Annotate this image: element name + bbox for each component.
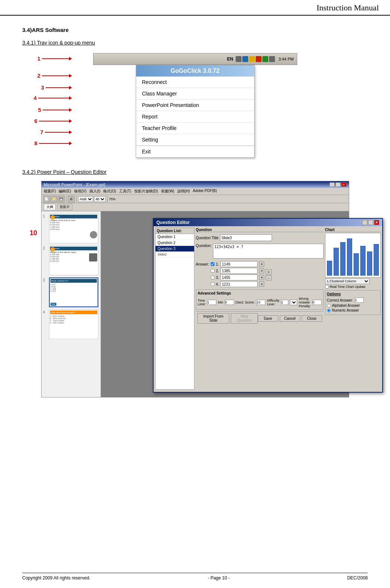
- ppt-menu-file[interactable]: 檔案(F): [44, 189, 56, 194]
- toolbar-btn-3[interactable]: 💾: [58, 196, 65, 202]
- qe-list-header: Question List:: [155, 228, 194, 234]
- arrow-7: [45, 132, 72, 133]
- num-label-2: 2: [37, 72, 40, 79]
- toolbar-btn-1[interactable]: 📄: [43, 196, 50, 202]
- qe-maximize-btn[interactable]: □: [368, 220, 373, 225]
- qe-answer-1-input[interactable]: [220, 261, 258, 267]
- slide-thumb-1[interactable]: 1 Question Largest of the ball of rock..…: [49, 214, 98, 243]
- ppt-minimize-btn[interactable]: _: [330, 182, 335, 187]
- qe-numeric-radio[interactable]: [327, 309, 331, 312]
- qe-answer-4-checkbox[interactable]: [211, 282, 214, 286]
- arrow-4: [38, 98, 72, 98]
- qe-minus-btn[interactable]: -: [266, 275, 272, 280]
- qe-chart-area: [325, 233, 381, 277]
- qe-list-item-1[interactable]: Question 1: [155, 234, 194, 240]
- menu-item-powerpoint[interactable]: PowerPoint Presentation: [136, 100, 254, 111]
- qe-answer-2-input[interactable]: [220, 268, 258, 274]
- qe-time-limit-input[interactable]: [207, 300, 216, 305]
- qe-answer-2-checkbox[interactable]: [211, 269, 214, 273]
- qe-options-section: Options Correct Answer: Alphabet Answer: [325, 290, 381, 315]
- ppt-menu-help[interactable]: 說明(H): [177, 189, 190, 194]
- qe-difficulty-select[interactable]: 1: [290, 299, 297, 305]
- qe-close-btn[interactable]: ✕: [374, 220, 379, 225]
- qe-difficulty-input[interactable]: [281, 300, 288, 305]
- font-name-select[interactable]: Arial: [78, 196, 93, 202]
- ppt-menu-tools[interactable]: 工具(T): [119, 189, 131, 194]
- ppt-maximize-btn[interactable]: □: [335, 182, 341, 187]
- qe-answer-4-delete-btn[interactable]: ✕: [259, 282, 264, 287]
- ppt-menu-view[interactable]: 檢視(V): [74, 189, 86, 194]
- qe-wrong-penalty-input[interactable]: [312, 300, 322, 305]
- qe-answer-3-delete-btn[interactable]: ✕: [259, 275, 264, 280]
- qe-question-textarea[interactable]: 123+342x3 = ?: [213, 244, 323, 259]
- qe-answer-1-delete-btn[interactable]: ✕: [259, 261, 264, 267]
- ppt-title-text: Microsoft PowerPoint - [Exam.ppt]: [44, 182, 105, 187]
- ppt-menu-edit[interactable]: 編輯(E): [59, 189, 71, 194]
- qe-answer-row-2: Answer: 2. ✕: [196, 268, 264, 274]
- qe-alphabet-radio[interactable]: [327, 304, 331, 308]
- ppt-menu-insert[interactable]: 插入(I): [89, 189, 100, 194]
- qe-answer-3-input[interactable]: [220, 274, 258, 280]
- qe-correct-answer-input[interactable]: [355, 298, 364, 303]
- taskbar-icon-1: [236, 56, 242, 62]
- slide-thumb-4[interactable]: 4 Little sitar/home straight? A - Peter …: [49, 309, 98, 339]
- qe-sec-input[interactable]: [225, 300, 234, 305]
- qe-chart-type-select[interactable]: 1.Clustered Column: [325, 278, 370, 284]
- slide-4-options: A - Peter d RokenB - When Cheli linkC - …: [50, 315, 97, 324]
- qe-numeric-row: Numeric Answer: [327, 308, 379, 312]
- ppt-close-btn[interactable]: ✕: [341, 182, 347, 187]
- qe-chart-label: Chart: [325, 228, 381, 232]
- qe-titlebar: Question Editor _ □ ✕: [154, 219, 382, 226]
- qe-list-item-slide2[interactable]: Slide2: [155, 252, 194, 257]
- chart-bar-3: [340, 242, 345, 276]
- menu-item-setting[interactable]: Setting: [136, 134, 254, 146]
- qe-answer-row-1: Answer: 1. ✕: [196, 261, 264, 267]
- slide-3-badge: PHI: [50, 303, 56, 306]
- qe-title-input[interactable]: [220, 234, 272, 241]
- slide-3-header: Reply wisdom in?: [50, 279, 97, 283]
- slide-thumb-2[interactable]: 2 Question Weight of the ball for night.…: [49, 246, 98, 275]
- qe-advanced-header: Advanced Settings: [198, 291, 322, 295]
- qe-close-dialog-btn[interactable]: Close: [302, 315, 322, 322]
- menu-item-reconnect[interactable]: Reconnect: [136, 77, 254, 88]
- toolbar-btn-print[interactable]: 🖨: [68, 196, 75, 202]
- qe-import-btn[interactable]: Import From Slide: [197, 313, 230, 324]
- qe-plus-btn[interactable]: +: [266, 269, 272, 274]
- ppt-menu-slideshow[interactable]: 投影片放映(D): [134, 189, 158, 194]
- qe-answer-3-checkbox[interactable]: [211, 276, 214, 279]
- menu-item-exit[interactable]: Exit: [136, 146, 254, 157]
- qe-cancel-btn[interactable]: Cancel: [280, 315, 300, 322]
- font-size-select[interactable]: 40: [94, 196, 106, 202]
- qe-minimize-btn[interactable]: _: [362, 220, 367, 225]
- slide-thumb-3[interactable]: 3 Reply wisdom in? A 竹竿B 竹器C 竹碗D 竹弓 PHI: [49, 277, 98, 307]
- menu-item-report[interactable]: Report: [136, 111, 254, 123]
- qe-list-item-2[interactable]: Question 2: [155, 240, 194, 246]
- page-content: 3.4)ARS Software 3.4.1) Tray icon & pop-…: [0, 16, 390, 412]
- ppt-tab-outline[interactable]: 大綱: [44, 204, 56, 210]
- qe-new-question-btn[interactable]: New Question: [231, 313, 258, 324]
- qe-answer-4-input[interactable]: [220, 281, 258, 287]
- menu-item-class-manager[interactable]: Class Manager: [136, 88, 254, 100]
- qe-realtime-checkbox[interactable]: [325, 285, 329, 289]
- ppt-body: 1 Question Largest of the ball of rock..…: [42, 211, 349, 397]
- qe-answers-list: Answer: 1. ✕: [196, 261, 264, 288]
- ppt-menu-format[interactable]: 格式(O): [103, 189, 116, 194]
- slide-badge-1: Q: [50, 215, 55, 220]
- qe-realtime-label: Real Time Chart Update: [330, 285, 366, 289]
- qe-title-text: Question Editor: [157, 220, 190, 225]
- ppt-titlebar: Microsoft PowerPoint - [Exam.ppt] _ □ ✕: [42, 181, 349, 188]
- qe-list-item-3-active[interactable]: Question 3: [155, 246, 194, 252]
- toolbar-btn-2[interactable]: 📁: [50, 196, 57, 202]
- qe-answer-2-delete-btn[interactable]: ✕: [259, 268, 264, 273]
- zoom-label: 75%: [109, 197, 116, 201]
- qe-score-input[interactable]: [256, 300, 265, 305]
- ppt-menu-adobe[interactable]: Adobe PDF(B): [193, 189, 217, 194]
- menu-item-teacher-profile[interactable]: Teacher Profile: [136, 123, 254, 134]
- qe-save-btn[interactable]: Save: [258, 315, 278, 322]
- ppt-tab-slides[interactable]: 投影片: [57, 204, 72, 210]
- qe-sec-label: (Sec): [236, 301, 244, 304]
- qe-answer-1-checkbox[interactable]: [211, 262, 214, 266]
- chart-bar-2: [334, 248, 339, 276]
- qe-correct-answer-row: Correct Answer:: [327, 298, 379, 303]
- ppt-menu-window[interactable]: 視窗(W): [161, 189, 174, 194]
